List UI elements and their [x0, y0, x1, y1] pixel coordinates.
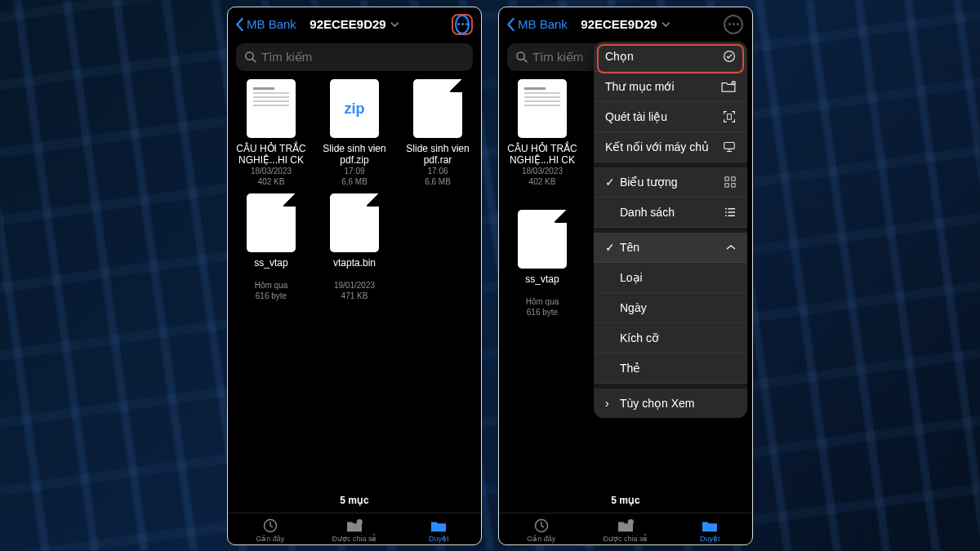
more-button[interactable]: [724, 15, 743, 34]
back-label: MB Bank: [247, 17, 296, 31]
scan-icon: [723, 110, 736, 123]
file-item[interactable]: ss_vtap Hôm qua 616 byte: [504, 210, 581, 318]
shared-folder-icon: [617, 518, 635, 533]
new-folder-icon: [721, 81, 736, 92]
chevron-down-icon: [391, 22, 399, 27]
search-field[interactable]: [236, 43, 473, 71]
folder-icon: [430, 518, 448, 533]
chevron-up-icon: [726, 244, 736, 251]
file-item[interactable]: ss_vtap Hôm qua 616 byte: [233, 193, 310, 301]
item-count: 5 mục: [228, 495, 481, 513]
svg-point-13: [628, 518, 634, 524]
tab-browse[interactable]: Duyệt: [397, 517, 481, 543]
svg-rect-11: [732, 183, 735, 186]
back-button[interactable]: MB Bank: [507, 17, 568, 31]
menu-sort-name[interactable]: ✓ Tên: [594, 233, 747, 263]
item-count: 5 mục: [499, 495, 752, 513]
svg-rect-9: [732, 176, 735, 180]
svg-point-2: [357, 518, 363, 524]
menu-sort-tag[interactable]: Thẻ: [594, 353, 747, 384]
search-icon: [515, 51, 528, 63]
back-button[interactable]: MB Bank: [236, 17, 296, 31]
more-button-wrap: [723, 14, 744, 35]
tab-recent[interactable]: Gần đây: [499, 517, 583, 543]
tab-bar: Gần đây Được chia sẻ Duyệt: [228, 513, 481, 544]
menu-list-view[interactable]: Danh sách: [594, 198, 747, 228]
menu-sort-size[interactable]: Kích cỡ: [594, 323, 747, 353]
phone-left: MB Bank 92ECEE9D29 CÂU HỎI TRẮC NGHIỆ...…: [227, 7, 482, 545]
tab-recent[interactable]: Gần đây: [228, 517, 312, 543]
server-icon: [723, 141, 736, 153]
folder-title[interactable]: 92ECEE9D29: [581, 17, 670, 31]
file-item[interactable]: vtapta.bin 19/01/2023 471 KB: [316, 193, 393, 301]
nav-bar: MB Bank 92ECEE9D29: [499, 7, 752, 40]
svg-rect-6: [728, 113, 732, 118]
menu-view-options[interactable]: › Tùy chọn Xem: [594, 389, 747, 418]
tab-bar: Gần đây Được chia sẻ Duyệt: [499, 513, 752, 544]
file-grid: CÂU HỎI TRẮC NGHIỆ...HI CK 18/03/2023 40…: [228, 79, 481, 301]
menu-sort-kind[interactable]: Loại: [594, 263, 747, 293]
list-icon: [724, 207, 736, 217]
folder-title[interactable]: 92ECEE9D29: [310, 17, 399, 31]
more-button[interactable]: [455, 15, 470, 34]
search-icon: [244, 51, 256, 63]
grid-icon: [724, 176, 736, 188]
svg-rect-8: [725, 176, 728, 180]
folder-icon: [701, 518, 719, 533]
phone-right: MB Bank 92ECEE9D29 CÂU HỎI TRẮC NGHIỆ...…: [498, 7, 753, 545]
nav-bar: MB Bank 92ECEE9D29: [228, 7, 481, 40]
clock-icon: [533, 518, 550, 534]
menu-sort-date[interactable]: Ngày: [594, 293, 747, 323]
checkmark-icon: ✓: [605, 241, 617, 254]
clock-icon: [262, 518, 278, 534]
tab-browse[interactable]: Duyệt: [668, 517, 752, 543]
file-item[interactable]: Slide sinh vien pdf.rar 17:06 6,6 MB: [399, 79, 476, 187]
svg-rect-7: [724, 142, 734, 149]
checkmark-icon: ✓: [605, 176, 617, 189]
menu-connect-server[interactable]: Kết nối với máy chủ: [594, 132, 747, 162]
file-item[interactable]: CÂU HỎI TRẮC NGHIỆ...HI CK 18/03/2023 40…: [504, 79, 581, 187]
menu-new-folder[interactable]: Thư mục mới: [594, 72, 747, 102]
shared-folder-icon: [345, 518, 363, 533]
more-button-highlight: [452, 14, 473, 35]
file-item[interactable]: CÂU HỎI TRẮC NGHIỆ...HI CK 18/03/2023 40…: [233, 79, 310, 187]
check-circle-icon: [723, 50, 736, 63]
back-label: MB Bank: [518, 17, 568, 31]
file-item[interactable]: Slide sinh vien pdf.zip 17:09 6,6 MB: [316, 79, 393, 187]
chevron-right-icon: ›: [605, 397, 617, 410]
menu-select[interactable]: Chọn: [594, 42, 747, 72]
context-menu: Chọn Thư mục mới Quét tài liệu Kết nối v…: [594, 42, 747, 418]
menu-icon-view[interactable]: ✓ Biểu tượng: [594, 167, 747, 198]
chevron-left-icon: [236, 18, 244, 31]
menu-scan[interactable]: Quét tài liệu: [594, 102, 747, 132]
chevron-left-icon: [507, 18, 515, 31]
svg-rect-10: [725, 183, 728, 186]
tab-shared[interactable]: Được chia sẻ: [583, 517, 667, 543]
tab-shared[interactable]: Được chia sẻ: [312, 517, 396, 543]
search-input[interactable]: [261, 50, 465, 64]
chevron-down-icon: [662, 22, 670, 27]
